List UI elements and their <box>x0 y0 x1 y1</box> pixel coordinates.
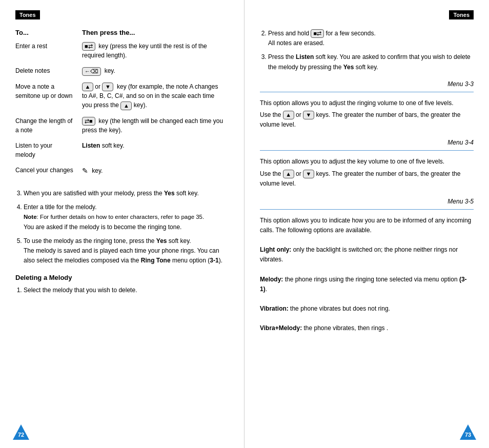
listen-label: Listen <box>82 142 100 149</box>
key-icon-down-r1: ▼ <box>303 111 314 119</box>
table-row: Listen to your melody Listen soft key. <box>15 139 229 164</box>
key-table: To... Then press the... Enter a rest ■⇄ … <box>15 29 229 180</box>
menu-section-3-5: Menu 3-5 This option allows you to indic… <box>260 198 474 334</box>
menu-3-4-body2: Use the ▲ or ▼ keys. The greater the num… <box>260 169 474 189</box>
table-row: Cancel your changes ✎ key. <box>15 164 229 180</box>
page-footer-right: 73 <box>459 423 477 441</box>
deleting-heading: Deleting a Melody <box>15 274 229 281</box>
key-icon-rest: ■⇄ <box>82 42 95 51</box>
key-icon-length: ⇄■ <box>82 117 95 126</box>
menu-3-5-body1: This option allows you to indicate how y… <box>260 216 474 235</box>
delete-step1-text: Select the melody that you wish to delet… <box>24 287 137 294</box>
step-4: Enter a title for the melody. Note: For … <box>24 202 229 232</box>
right-page: Tones Press and hold ■⇄ for a few second… <box>244 0 489 448</box>
col1-header: To... <box>15 29 82 39</box>
table-cell-instruction: ▲ or ▼ key (for example, the note A chan… <box>82 80 229 114</box>
pencil-icon: ✎ <box>82 166 88 176</box>
menu-section-3-4: Menu 3-4 This option allows you to adjus… <box>260 139 474 189</box>
divider-3-3 <box>260 92 474 92</box>
key-icon-up-r1: ▲ <box>283 111 294 119</box>
divider-3-5 <box>260 209 474 210</box>
table-cell-instruction: ■⇄ key (press the key until the rest is … <box>82 39 229 64</box>
table-cell-instruction: ✎ key. <box>82 164 229 180</box>
menu-3-3-body2: Use the ▲ or ▼ keys. The greater the num… <box>260 110 474 130</box>
key-icon-hold: ■⇄ <box>311 29 324 38</box>
table-cell-action: Move a note a semitone up or down <box>15 80 82 114</box>
table-row: Move a note a semitone up or down ▲ or ▼… <box>15 80 229 114</box>
step4-extra: You are asked if the melody is to become… <box>24 223 181 231</box>
table-cell-instruction: ←⌫ key. <box>82 64 229 79</box>
menu-3-3-body1: This option allows you to adjust the rin… <box>260 98 474 108</box>
right-step-2: Press and hold ■⇄ for a few seconds.All … <box>268 29 474 48</box>
page-number-left-container: 72 <box>12 423 30 441</box>
table-cell-instruction: ⇄■ key (the length will be changed each … <box>82 114 229 139</box>
key-icon-up: ▲ <box>82 83 93 91</box>
left-page: Tones To... Then press the... Enter a re… <box>0 0 244 448</box>
vibration-item: Vibration: the phone vibrates but does n… <box>260 304 474 314</box>
col2-header: Then press the... <box>82 29 229 39</box>
left-page-num: 72 <box>18 432 24 438</box>
page-footer-left: 72 <box>12 423 30 441</box>
right-page-num: 73 <box>465 432 471 438</box>
vibra-melody-item: Vibra+Melody: the phone vibrates, then r… <box>260 323 474 333</box>
right-header-row: Tones <box>260 10 474 29</box>
melody-item: Melody: the phone rings using the ringin… <box>260 275 474 294</box>
menu-label-3-4: Menu 3-4 <box>260 139 474 146</box>
menu-3-4-body1: This option allows you to adjust the key… <box>260 157 474 167</box>
delete-list: Select the melody that you wish to delet… <box>24 286 229 295</box>
right-step-3: Press the Listen soft key. You are asked… <box>268 52 474 72</box>
table-row: Change the length of a note ⇄■ key (the … <box>15 114 229 139</box>
table-cell-action: Delete notes <box>15 64 82 79</box>
left-header-label: Tones <box>15 10 40 19</box>
table-cell-action: Change the length of a note <box>15 114 82 139</box>
left-header-bar: Tones <box>15 10 229 29</box>
step5-extra: The melody is saved and is played each t… <box>24 247 222 264</box>
right-header-label: Tones <box>449 10 474 19</box>
right-steps-list: Press and hold ■⇄ for a few seconds.All … <box>268 29 474 72</box>
table-cell-action: Listen to your melody <box>15 139 82 164</box>
step3-text: When you are satisfied with your melody,… <box>24 190 199 197</box>
step-5: To use the melody as the ringing tone, p… <box>24 236 229 266</box>
menu-label-3-5: Menu 3-5 <box>260 198 474 205</box>
step4-text: Enter a title for the melody. <box>24 203 97 211</box>
page-number-right-container: 73 <box>459 423 477 441</box>
table-row: Enter a rest ■⇄ key (press the key until… <box>15 39 229 64</box>
key-icon-up2: ▲ <box>120 101 132 110</box>
step5-text: To use the melody as the ringing tone, p… <box>24 237 191 245</box>
step-3: When you are satisfied with your melody,… <box>24 189 229 198</box>
key-icon-down-r2: ▼ <box>303 170 314 178</box>
delete-step-1: Select the melody that you wish to delet… <box>24 286 229 295</box>
table-row: Delete notes ←⌫ key. <box>15 64 229 79</box>
step4-note: Note: For further details on how to ente… <box>24 214 204 220</box>
key-icon-delete: ←⌫ <box>82 67 101 76</box>
table-cell-action: Cancel your changes <box>15 164 82 180</box>
step3-right-text: Press the Listen soft key. You are asked… <box>268 53 471 70</box>
step2-text: Press and hold ■⇄ for a few seconds.All … <box>268 30 376 47</box>
key-icon-up-r2: ▲ <box>283 170 294 178</box>
divider-3-4 <box>260 150 474 151</box>
steps-list: When you are satisfied with your melody,… <box>24 189 229 266</box>
table-cell-action: Enter a rest <box>15 39 82 64</box>
menu-label-3-3: Menu 3-3 <box>260 80 474 88</box>
menu-section-3-3: Menu 3-3 This option allows you to adjus… <box>260 80 474 130</box>
key-icon-down: ▼ <box>102 83 113 91</box>
light-only: Light only: only the backlight is switch… <box>260 245 474 264</box>
table-cell-instruction: Listen soft key. <box>82 139 229 164</box>
